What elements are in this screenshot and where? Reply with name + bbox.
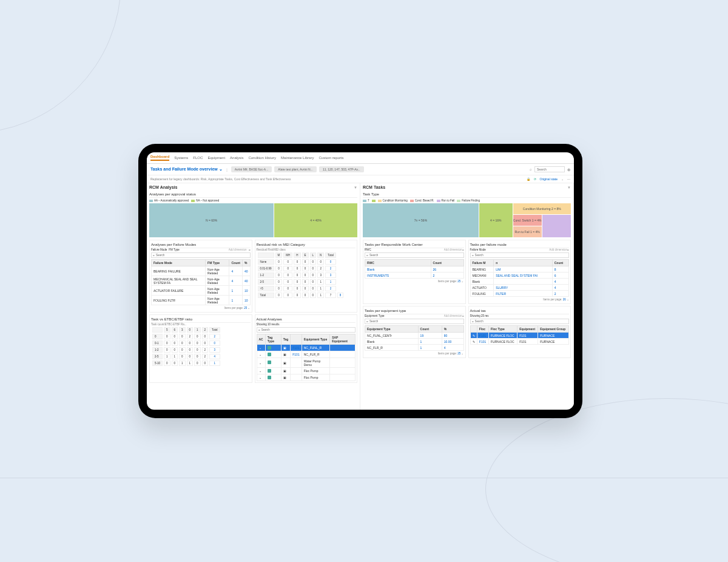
rwc-search-input[interactable]	[369, 254, 462, 257]
rwc-table[interactable]: RWCCountBlank26INSTRUMENTS2	[365, 259, 464, 279]
failure-search-input[interactable]	[156, 254, 249, 257]
matrix-row[interactable]: >50000012	[258, 286, 344, 291]
state-label[interactable]: Original state	[540, 177, 558, 181]
table-row[interactable]: Blank26	[365, 266, 464, 273]
column-header[interactable]: Count	[418, 326, 442, 333]
nav-custom-reports[interactable]: Custom reports	[318, 156, 343, 160]
refresh-icon[interactable]: ⟳	[534, 177, 536, 181]
search-icon[interactable]: ⌕	[462, 248, 464, 251]
legend-item[interactable]: NA – Not approved	[191, 199, 219, 202]
column-header[interactable]: Failure Mode	[152, 260, 206, 266]
actual-search-input[interactable]	[261, 328, 354, 331]
add-dimension-button[interactable]: Add dimension	[549, 248, 567, 251]
column-header[interactable]: Count	[552, 260, 568, 266]
eqtype-search-input[interactable]	[369, 320, 462, 323]
residual-matrix[interactable]: MMHHELNTotalNone00000000.01-0.9900000221…	[257, 251, 345, 299]
table-row[interactable]: MECHANICAL SEAL AND SEAL SYSTEM FANon-Ag…	[152, 276, 251, 286]
column-header[interactable]: FM Type	[206, 260, 229, 266]
nav-systems[interactable]: Systems	[174, 156, 188, 160]
column-header[interactable]: %	[442, 326, 463, 333]
matrix-row[interactable]: 5-100011001	[152, 361, 220, 366]
column-header[interactable]: Equipment Type	[365, 326, 419, 333]
table-row[interactable]: Blank110.00	[365, 339, 464, 345]
table-row[interactable]: ⌄▣Floc Pump	[257, 368, 356, 374]
table-row[interactable]: FOULING FLTRNon-Age Related110	[152, 296, 251, 305]
nav-equipment[interactable]: Equipment	[207, 156, 225, 160]
filter-icon[interactable]: ▼	[354, 186, 357, 189]
page-title[interactable]: Tasks and Failure Mode overview ⌄	[150, 167, 223, 172]
table-row[interactable]: ACTUATOR FAILURENon-Age Related110	[152, 286, 251, 296]
table-row[interactable]: FOULINGFILTER2	[470, 291, 569, 297]
matrix-row[interactable]: None0000000	[258, 259, 344, 265]
treemap-block[interactable]: 4 = 16%	[479, 203, 513, 237]
global-search-input[interactable]	[534, 166, 565, 172]
search-icon[interactable]: ⌕	[249, 248, 251, 251]
treemap-block[interactable]: N = 60%	[149, 203, 274, 237]
actual-analyses-table[interactable]: ACTag TypeTagEquipment TypeSAP Equipment…	[257, 334, 356, 381]
failure-mode-table[interactable]: Failure MnCountBEARINGLIM8MECHANISEAL AN…	[470, 259, 570, 297]
filter-icon[interactable]: ▼	[567, 186, 571, 189]
add-dimension-button[interactable]: Add dimension	[444, 248, 462, 251]
eqtype-table[interactable]: Equipment TypeCount%NC_FUNL_CENTr1980Bla…	[365, 325, 464, 351]
matrix-row[interactable]: 1-20000033	[258, 273, 344, 278]
ratio-matrix[interactable]: 563012Total000020020-100000001-200000232…	[151, 326, 221, 367]
nav-floc[interactable]: FLOC	[193, 156, 203, 160]
chevron-down-icon[interactable]: ⌄	[561, 177, 564, 181]
search-icon[interactable]: ⌕	[462, 314, 464, 317]
legend-item[interactable]: Condition Monitoring	[378, 199, 408, 202]
actual-tasks-table[interactable]: FlocFloc TypeEquipmentEquipment Group✎F1…	[470, 325, 570, 345]
table-row[interactable]: ⌄▣Water Pump Demo	[257, 358, 356, 368]
breadcrumb-chip-2[interactable]: Alare test plant, Avrtni N...	[274, 166, 317, 172]
treemap-block[interactable]: Condition Monitoring 2 = 8%	[513, 203, 571, 214]
matrix-row[interactable]: 1-20000023	[152, 347, 220, 353]
lock-icon[interactable]: 🔒	[527, 177, 530, 181]
matrix-row[interactable]: 2-50000011	[258, 279, 344, 285]
table-row[interactable]: Blank4	[470, 279, 569, 285]
treemap-block[interactable]: Cond. Switch 1 = 4%	[513, 215, 542, 226]
legend-item[interactable]: Run to Fail	[437, 199, 455, 202]
table-row[interactable]: NC_FUNL_CENTr1980	[365, 333, 464, 339]
matrix-row[interactable]: 0.01-0.990000022	[258, 266, 344, 271]
table-row[interactable]: ⌄▣Floc Pump	[257, 374, 356, 381]
legend-item[interactable]	[372, 199, 376, 202]
treemap-block[interactable]: Run to Fail 1 = 4%	[513, 226, 542, 237]
add-dimension-button[interactable]: Add dimension	[229, 248, 247, 251]
table-row[interactable]: INSTRUMENTS2	[365, 273, 464, 279]
table-row[interactable]: MECHANISEAL AND SEAL SYSTEM FAI6	[470, 273, 569, 279]
matrix-row[interactable]: 0-10000000	[152, 340, 220, 346]
chevron-down-icon[interactable]: ⌄	[259, 369, 261, 373]
table-row[interactable]: ✎F101FURNACE FLOCF101FURNACE	[470, 339, 569, 345]
breadcrumb-chip-3[interactable]: 11, 120, 147, 503, 47P-Av...	[319, 166, 364, 172]
table-row[interactable]: BEARINGLIM8	[470, 266, 569, 273]
treemap-block[interactable]	[542, 215, 571, 237]
table-row[interactable]: BEARING FAILURENon-Age Related440	[152, 266, 251, 276]
table-row[interactable]: ACTUATOSLURRY4	[470, 285, 569, 291]
approval-treemap[interactable]: N = 60%4 = 40%	[149, 203, 357, 237]
add-dimension-button[interactable]: Add dimension	[444, 314, 462, 317]
matrix-row[interactable]: 2-51100024	[152, 354, 220, 359]
nav-condition-history[interactable]: Condition History	[248, 156, 276, 160]
column-header[interactable]: Count	[431, 260, 463, 266]
more-icon[interactable]: ⋯	[567, 177, 570, 181]
failure-modes-table[interactable]: Failure ModeFM TypeCount%BEARING FAILURE…	[151, 259, 251, 305]
table-row[interactable]: ⌄▣F101NC_FLR_R	[257, 351, 356, 358]
mode-search-input[interactable]	[475, 254, 568, 257]
legend-item[interactable]: Failure Finding	[457, 199, 480, 202]
edit-icon[interactable]: ✎	[473, 334, 475, 337]
actual-tasks-search-input[interactable]	[475, 320, 568, 323]
legend-item[interactable]: Cond. Based R.	[410, 199, 434, 202]
tasktype-treemap[interactable]: 7n = 56%4 = 16%Condition Monitoring 2 = …	[363, 203, 571, 237]
nav-analysis[interactable]: Analysis	[230, 156, 243, 160]
treemap-block[interactable]: 4 = 40%	[274, 203, 357, 237]
matrix-row[interactable]: 00002002	[152, 334, 220, 339]
settings-icon[interactable]: ⚙	[567, 168, 570, 172]
breadcrumb-chip-1[interactable]: Avrtni Mfr, BASE floc-A...	[231, 166, 272, 172]
treemap-block[interactable]: 7n = 56%	[363, 203, 479, 237]
nav-dashboard[interactable]: Dashboard	[150, 155, 169, 161]
edit-icon[interactable]: ✎	[473, 340, 475, 344]
chevron-down-icon[interactable]: ⌄	[259, 376, 261, 379]
chevron-down-icon[interactable]: ⌄	[259, 361, 261, 365]
column-header[interactable]: Count	[229, 260, 242, 266]
filter-fm-type[interactable]: FM Type	[169, 248, 179, 251]
search-icon[interactable]: ⌕	[567, 248, 569, 251]
